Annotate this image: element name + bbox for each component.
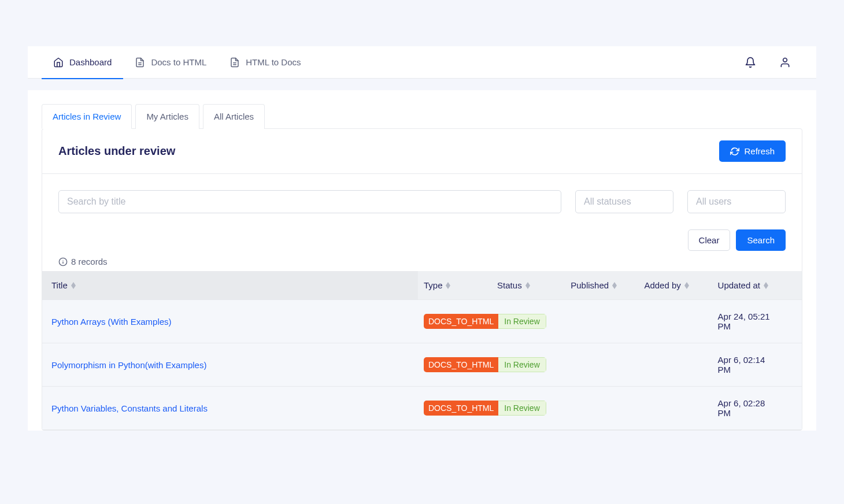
nav-label: Dashboard (69, 57, 112, 67)
table-row: Polymorphism in Python(with Examples) DO… (42, 343, 802, 387)
sort-icon (446, 282, 450, 289)
updated-at: Apr 6, 02:28 PM (712, 387, 786, 430)
refresh-label: Refresh (744, 146, 775, 156)
article-link[interactable]: Python Arrays (With Examples) (51, 317, 172, 327)
sort-icon (525, 282, 530, 289)
top-nav: Dashboard Docs to HTML HTML to Docs (28, 46, 816, 79)
status-select-label: All statuses (584, 197, 631, 207)
nav-label: Docs to HTML (151, 57, 206, 67)
table-row: Python Variables, Constants and Literals… (42, 387, 802, 430)
bell-icon[interactable] (745, 57, 756, 68)
type-status-badge: DOCS_TO_HTML In Review (424, 314, 546, 329)
tab-all-articles[interactable]: All Articles (203, 104, 265, 129)
nav-item-docs-to-html[interactable]: Docs to HTML (123, 46, 218, 79)
records-count: 8 records (71, 257, 108, 266)
refresh-icon (730, 147, 739, 156)
refresh-button[interactable]: Refresh (719, 140, 786, 162)
type-status-badge: DOCS_TO_HTML In Review (424, 401, 546, 416)
home-icon (53, 57, 64, 68)
search-input[interactable] (58, 190, 561, 213)
updated-at: Apr 24, 05:21 PM (712, 300, 786, 343)
articles-table-body: Python Arrays (With Examples) DOCS_TO_HT… (42, 300, 802, 430)
document-icon (229, 57, 240, 68)
search-button[interactable]: Search (736, 229, 786, 251)
sort-icon (764, 282, 768, 289)
tab-articles-in-review[interactable]: Articles in Review (42, 104, 132, 129)
records-info: 8 records (42, 257, 802, 271)
sort-icon (612, 282, 617, 289)
col-title[interactable]: Title (51, 280, 76, 290)
col-updated-at[interactable]: Updated at (718, 280, 768, 290)
sub-tabs: Articles in Review My Articles All Artic… (42, 104, 802, 129)
content-card: Articles under review Refresh All status… (42, 128, 802, 431)
info-icon (58, 257, 68, 266)
updated-at: Apr 6, 02:14 PM (712, 343, 786, 387)
user-select-label: All users (696, 197, 731, 207)
user-select[interactable]: All users (687, 190, 786, 213)
articles-table-header: Title Type Status Published Added by Upd… (42, 271, 802, 300)
svg-point-4 (783, 58, 787, 62)
sort-icon (684, 282, 689, 289)
page-title: Articles under review (58, 144, 175, 158)
nav-item-html-to-docs[interactable]: HTML to Docs (218, 46, 312, 79)
col-added-by[interactable]: Added by (644, 280, 688, 290)
main-panel: Articles in Review My Articles All Artic… (28, 90, 816, 431)
article-link[interactable]: Python Variables, Constants and Literals (51, 403, 208, 413)
status-badge: In Review (498, 401, 546, 416)
nav-item-dashboard[interactable]: Dashboard (42, 46, 123, 79)
status-select[interactable]: All statuses (575, 190, 673, 213)
status-badge: In Review (498, 357, 546, 372)
type-badge: DOCS_TO_HTML (424, 401, 498, 416)
col-published[interactable]: Published (571, 280, 617, 290)
col-type[interactable]: Type (424, 280, 451, 290)
tab-my-articles[interactable]: My Articles (135, 104, 199, 129)
col-status[interactable]: Status (497, 280, 530, 290)
user-icon[interactable] (779, 57, 791, 68)
type-badge: DOCS_TO_HTML (424, 314, 498, 329)
article-link[interactable]: Polymorphism in Python(with Examples) (51, 360, 206, 370)
table-row: Python Arrays (With Examples) DOCS_TO_HT… (42, 300, 802, 343)
clear-button[interactable]: Clear (688, 229, 731, 251)
type-badge: DOCS_TO_HTML (424, 357, 498, 372)
type-status-badge: DOCS_TO_HTML In Review (424, 357, 546, 372)
nav-label: HTML to Docs (246, 57, 301, 67)
document-icon (135, 57, 145, 68)
status-badge: In Review (498, 314, 546, 329)
sort-icon (71, 282, 76, 289)
